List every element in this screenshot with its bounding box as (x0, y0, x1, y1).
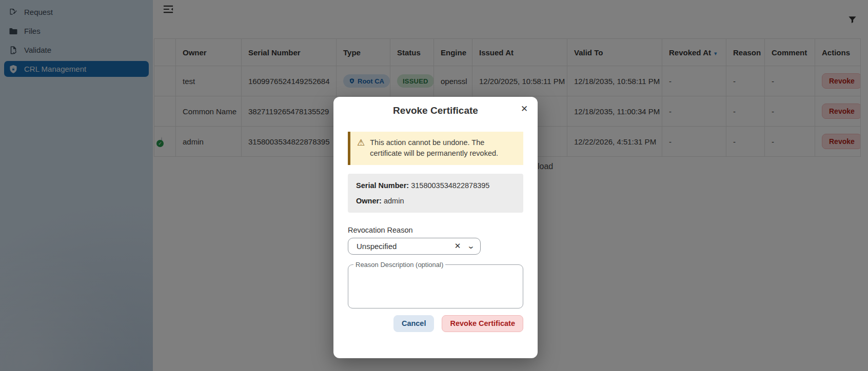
reason-description-fieldset: Reason Description (optional) (348, 261, 523, 308)
dialog-actions: Cancel Revoke Certificate (348, 315, 523, 332)
cancel-button[interactable]: Cancel (393, 315, 435, 332)
revocation-reason-label: Revocation Reason (348, 226, 523, 234)
warning-icon: ⚠ (357, 137, 365, 148)
serial-number-value: 3158003534822878395 (411, 181, 489, 190)
warning-text: This action cannot be undone. The certif… (370, 137, 517, 159)
clear-selection-icon[interactable]: ✕ (450, 241, 466, 251)
revoke-certificate-dialog: Revoke Certificate ✕ ⚠ This action canno… (333, 97, 538, 358)
warning-banner: ⚠ This action cannot be undone. The cert… (348, 132, 523, 165)
owner-value: admin (384, 197, 404, 205)
selected-reason-value: Unspecified (357, 242, 450, 251)
reason-description-input[interactable] (352, 270, 519, 302)
close-icon[interactable]: ✕ (518, 103, 530, 115)
certificate-details-box: Serial Number: 3158003534822878395 Owner… (348, 174, 523, 213)
revoke-certificate-button[interactable]: Revoke Certificate (442, 315, 523, 332)
revocation-reason-select[interactable]: Unspecified ✕ ⌄ (348, 238, 481, 255)
owner-row: Owner: admin (356, 197, 515, 205)
chevron-down-icon[interactable]: ⌄ (464, 241, 476, 251)
owner-label: Owner: (356, 197, 382, 205)
reason-description-label: Reason Description (optional) (353, 261, 445, 269)
serial-number-label: Serial Number: (356, 181, 409, 190)
serial-number-row: Serial Number: 3158003534822878395 (356, 181, 515, 190)
dialog-title: Revoke Certificate (348, 104, 523, 117)
